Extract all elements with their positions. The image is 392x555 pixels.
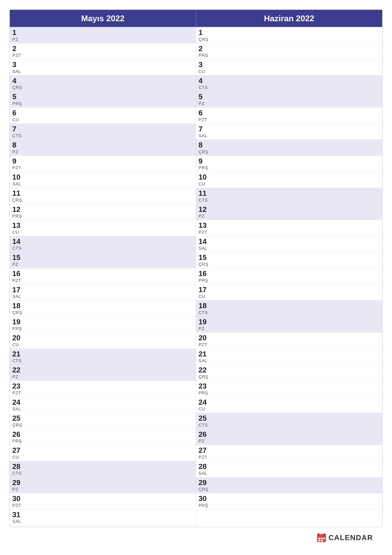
day-name: CTS bbox=[199, 423, 380, 428]
day-row: 1PZ bbox=[10, 27, 196, 43]
day-row: 19PZ bbox=[196, 317, 382, 333]
day-number: 18 bbox=[199, 302, 380, 310]
footer: CALENDAR bbox=[9, 530, 383, 542]
day-name: CU bbox=[199, 406, 380, 411]
day-name: ÇRŞ bbox=[199, 262, 380, 267]
day-row: 4ÇRŞ bbox=[10, 75, 196, 92]
day-name: PZ bbox=[12, 487, 193, 492]
footer-brand-text: CALENDAR bbox=[328, 533, 373, 542]
day-name: PZT bbox=[199, 230, 380, 235]
day-number: 10 bbox=[12, 173, 193, 181]
month-header-1: Haziran 2022 bbox=[196, 10, 382, 27]
day-row: 9PZT bbox=[10, 156, 196, 172]
day-row: 13PZT bbox=[196, 220, 382, 236]
day-name: PZ bbox=[12, 37, 193, 42]
day-name: SAL bbox=[199, 133, 380, 138]
day-row: 13CU bbox=[10, 220, 196, 236]
day-row: 9PRŞ bbox=[196, 156, 382, 172]
day-number: 21 bbox=[12, 350, 193, 358]
day-number: 18 bbox=[12, 302, 193, 310]
day-name: PZ bbox=[199, 214, 380, 219]
day-row: 10SAL bbox=[10, 172, 196, 188]
day-name: SAL bbox=[12, 182, 193, 187]
day-name: ÇRŞ bbox=[12, 85, 193, 90]
svg-rect-9 bbox=[321, 540, 323, 541]
day-number: 6 bbox=[12, 109, 193, 117]
day-number: 27 bbox=[199, 446, 380, 454]
day-name: PRŞ bbox=[199, 278, 380, 283]
day-row: 28SAL bbox=[196, 461, 382, 477]
day-name: CTS bbox=[199, 85, 380, 90]
day-number: 29 bbox=[199, 479, 380, 487]
day-name: PZT bbox=[12, 390, 193, 395]
day-row: 8ÇRŞ bbox=[196, 140, 382, 156]
day-name: CU bbox=[12, 455, 193, 460]
day-number: 1 bbox=[12, 29, 193, 37]
day-row: 19PRŞ bbox=[10, 317, 196, 333]
day-number: 20 bbox=[12, 334, 193, 342]
day-name: ÇRŞ bbox=[199, 487, 380, 492]
day-name: PZ bbox=[199, 101, 380, 106]
day-number: 6 bbox=[199, 109, 380, 117]
day-number: 25 bbox=[199, 414, 380, 422]
month-header-0: Mayıs 2022 bbox=[10, 10, 196, 27]
day-number: 12 bbox=[12, 205, 193, 213]
day-name: CU bbox=[199, 182, 380, 187]
day-name: PZT bbox=[12, 503, 193, 508]
day-row: 22PZ bbox=[10, 365, 196, 381]
day-number: 2 bbox=[12, 45, 193, 53]
day-name: CTS bbox=[199, 310, 380, 315]
day-name: PRŞ bbox=[12, 101, 193, 106]
day-row: 16PRŞ bbox=[196, 268, 382, 285]
day-row: 16PZT bbox=[10, 268, 196, 285]
day-row: 11ÇRŞ bbox=[10, 188, 196, 204]
day-name: PZ bbox=[12, 262, 193, 267]
day-name: CU bbox=[12, 230, 193, 235]
day-number: 22 bbox=[12, 366, 193, 374]
day-row: 5PRŞ bbox=[10, 91, 196, 108]
day-number: 26 bbox=[12, 430, 193, 438]
day-row: 29ÇRŞ bbox=[196, 477, 382, 493]
day-number: 30 bbox=[199, 495, 380, 503]
day-row: 17CU bbox=[196, 285, 382, 301]
day-number: 23 bbox=[12, 382, 193, 390]
day-number: 3 bbox=[199, 61, 380, 69]
day-row: 11CTS bbox=[196, 188, 382, 204]
svg-rect-5 bbox=[318, 538, 320, 539]
svg-rect-6 bbox=[321, 538, 323, 539]
day-number: 28 bbox=[199, 462, 380, 470]
day-row: 21SAL bbox=[196, 349, 382, 365]
day-number: 13 bbox=[199, 221, 380, 229]
day-name: SAL bbox=[12, 294, 193, 299]
day-number: 27 bbox=[12, 446, 193, 454]
day-row: 17SAL bbox=[10, 285, 196, 301]
day-number: 22 bbox=[199, 366, 380, 374]
day-name: CTS bbox=[12, 471, 193, 476]
day-number: 5 bbox=[199, 93, 380, 101]
day-name: PZT bbox=[199, 117, 380, 122]
day-row: 20CU bbox=[10, 333, 196, 349]
day-row: 5PZ bbox=[196, 91, 382, 108]
day-row: 26PZ bbox=[196, 429, 382, 445]
day-row: 14CTS bbox=[10, 236, 196, 252]
day-name: PZ bbox=[12, 374, 193, 380]
day-row: 15ÇRŞ bbox=[196, 252, 382, 268]
day-name: SAL bbox=[199, 358, 380, 363]
day-number: 19 bbox=[199, 318, 380, 326]
day-name: PRŞ bbox=[12, 438, 193, 444]
day-row: 24CU bbox=[196, 397, 382, 413]
day-name: PRŞ bbox=[199, 53, 380, 58]
day-row: 4CTS bbox=[196, 75, 382, 92]
day-number: 8 bbox=[199, 141, 380, 149]
day-name: SAL bbox=[12, 519, 193, 524]
day-row: 30PZT bbox=[10, 493, 196, 510]
day-row: 12PZ bbox=[196, 204, 382, 220]
day-name: PZT bbox=[12, 53, 193, 58]
day-row: 25CTS bbox=[196, 413, 382, 429]
day-number: 29 bbox=[12, 479, 193, 487]
day-row: 8PZ bbox=[10, 140, 196, 156]
day-number: 28 bbox=[12, 462, 193, 470]
day-number: 16 bbox=[199, 270, 380, 278]
day-name: PRŞ bbox=[199, 165, 380, 170]
day-row: 12PRŞ bbox=[10, 204, 196, 220]
